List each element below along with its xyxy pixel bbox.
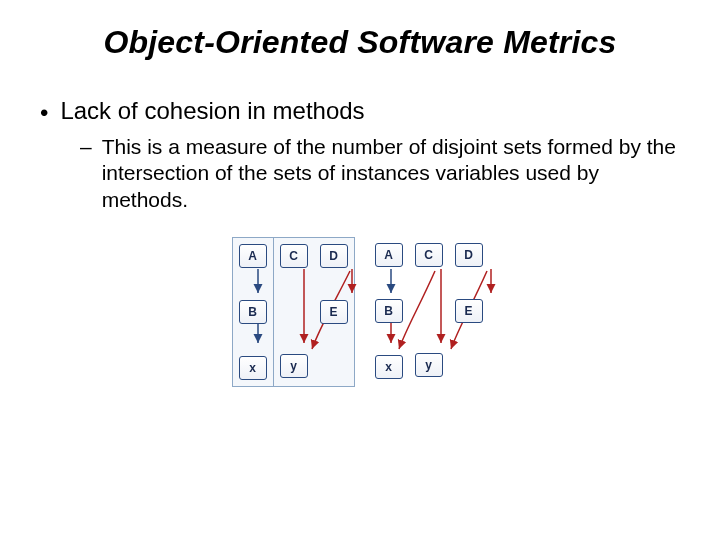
col-A2: A B x: [375, 243, 403, 381]
node-D: D: [455, 243, 483, 267]
col-D: D E: [320, 244, 348, 380]
node-x: x: [375, 355, 403, 379]
col-C2: C y: [415, 243, 443, 381]
col-C: C y: [280, 244, 308, 380]
node-y: y: [415, 353, 443, 377]
node-A: A: [375, 243, 403, 267]
slide-content: Object-Oriented Software Metrics • Lack …: [0, 0, 720, 395]
right-figure: A B x C y D E: [369, 237, 489, 387]
left-subgroup-1: A B x: [232, 237, 274, 387]
left-subgroup-2: C y D E: [273, 237, 355, 387]
bullet-dot-icon: •: [40, 97, 48, 128]
node-D: D: [320, 244, 348, 268]
node-C: C: [280, 244, 308, 268]
bullet-level-2: – This is a measure of the number of dis…: [80, 134, 680, 213]
col-D2: D E: [455, 243, 483, 381]
node-y: y: [280, 354, 308, 378]
bullet-dash-icon: –: [80, 134, 92, 160]
slide-title: Object-Oriented Software Metrics: [40, 24, 680, 61]
node-E: E: [455, 299, 483, 323]
cohesion-diagram: A B x C y D: [222, 231, 499, 395]
node-x: x: [239, 356, 267, 380]
bullet-level-1: • Lack of cohesion in methods: [40, 97, 680, 128]
bullet-sub-text: This is a measure of the number of disjo…: [102, 134, 680, 213]
bullet-main-text: Lack of cohesion in methods: [60, 97, 364, 125]
left-figure: A B x C y D: [232, 237, 355, 387]
node-B: B: [239, 300, 267, 324]
col-A: A B x: [239, 244, 267, 380]
node-C: C: [415, 243, 443, 267]
node-E: E: [320, 300, 348, 324]
node-B: B: [375, 299, 403, 323]
diagram-area: A B x C y D: [40, 231, 680, 395]
node-A: A: [239, 244, 267, 268]
